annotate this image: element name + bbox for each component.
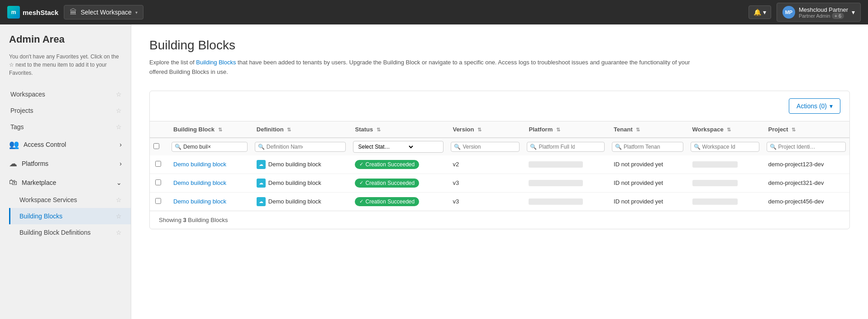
building-block-filter-input[interactable]	[183, 144, 219, 150]
avatar: MP	[782, 6, 795, 19]
filter-workspace: 🔍	[687, 138, 763, 155]
user-menu-button[interactable]: MP Meshcloud Partner Partner Admin + 6 ▾	[777, 3, 861, 22]
row-checkbox[interactable]	[155, 198, 161, 204]
project-filter-input[interactable]	[778, 144, 815, 150]
row-checkbox[interactable]	[155, 161, 161, 167]
sort-icon[interactable]: ⇅	[792, 127, 796, 132]
sidebar-item-tags[interactable]: Tags ☆	[0, 119, 131, 135]
building-block-filter-wrap: 🔍	[172, 142, 248, 152]
platforms-icon: ☁	[9, 159, 17, 169]
workspace-filter-input[interactable]	[702, 144, 739, 150]
row-workspace	[687, 174, 763, 192]
project-value: demo-project123-dev	[768, 161, 824, 168]
table-row: Demo building block ☁ Demo building bloc…	[150, 155, 849, 174]
row-platform	[523, 174, 608, 192]
sort-icon[interactable]: ⇅	[477, 127, 482, 132]
row-checkbox[interactable]	[155, 179, 161, 185]
actions-button[interactable]: Actions (0) ▾	[789, 98, 840, 114]
building-block-link[interactable]: Demo building block	[173, 179, 226, 186]
row-workspace	[687, 155, 763, 174]
filter-status: Select Stat… Creation Succeeded Creation…	[349, 138, 447, 155]
definition-cell: ☁ Demo building block	[257, 179, 344, 188]
filter-row: 🔍 🔍	[150, 138, 849, 155]
filter-version: 🔍	[447, 138, 523, 155]
sort-icon[interactable]: ⇅	[287, 127, 291, 132]
platform-icon: ☁	[257, 179, 266, 188]
workspace-selector[interactable]: 🏛 Select Workspace ▾	[64, 5, 143, 19]
building-blocks-label: Building Blocks	[19, 213, 62, 220]
col-workspace: Workspace ⇅	[687, 121, 763, 138]
sidebar-section-access-control[interactable]: 👥 Access Control ›	[0, 135, 131, 154]
definition-filter-wrap: 🔍	[255, 142, 346, 152]
filter-definition: 🔍	[251, 138, 350, 155]
user-initials: MP	[785, 10, 793, 15]
user-name: Meshcloud Partner	[799, 6, 848, 13]
sort-icon[interactable]: ⇅	[556, 127, 560, 132]
actions-label: Actions (0)	[796, 102, 827, 110]
check-icon: ✓	[359, 180, 363, 186]
workspace-services-fav-icon[interactable]: ☆	[116, 196, 122, 203]
building-block-definitions-fav-icon[interactable]: ☆	[116, 229, 122, 236]
tenant-value: ID not provided yet	[614, 161, 663, 168]
status-filter-select[interactable]: Select Stat… Creation Succeeded Creation…	[356, 143, 415, 150]
definition-value: Demo building block	[268, 179, 321, 186]
building-blocks-fav-icon[interactable]: ☆	[116, 213, 122, 220]
tags-label: Tags	[10, 123, 24, 130]
sort-icon[interactable]: ⇅	[727, 127, 731, 132]
row-workspace	[687, 192, 763, 211]
col-platform: Platform ⇅	[523, 121, 608, 138]
row-definition: ☁ Demo building block	[251, 174, 350, 192]
logo-text: meshStack	[23, 9, 58, 16]
version-filter-wrap: 🔍	[451, 142, 520, 152]
definition-filter-input[interactable]	[267, 144, 303, 150]
workspaces-fav-icon[interactable]: ☆	[116, 91, 122, 98]
marketplace-label: Marketplace	[22, 179, 56, 186]
building-block-link[interactable]: Demo building block	[173, 161, 226, 168]
status-value: Creation Succeeded	[365, 161, 415, 168]
sidebar-section-platforms[interactable]: ☁ Platforms ›	[0, 154, 131, 173]
star-icon: ☆	[9, 62, 14, 68]
platform-filter-input[interactable]	[539, 144, 575, 150]
version-filter-input[interactable]	[463, 144, 499, 150]
col-tenant: Tenant ⇅	[608, 121, 687, 138]
select-all-checkbox[interactable]	[153, 143, 159, 149]
nav-left: m meshStack 🏛 Select Workspace ▾	[7, 5, 143, 19]
workspace-value-placeholder	[692, 198, 738, 205]
building-block-link[interactable]: Demo building block	[173, 198, 226, 205]
sidebar-item-building-block-definitions[interactable]: Building Block Definitions ☆	[9, 224, 131, 241]
nav-right: 🔔 ▾ MP Meshcloud Partner Partner Admin +…	[749, 3, 861, 22]
sort-icon[interactable]: ⇅	[377, 127, 381, 132]
sidebar-item-workspaces[interactable]: Workspaces ☆	[0, 86, 131, 102]
filter-project: 🔍	[763, 138, 849, 155]
table-toolbar: Actions (0) ▾	[150, 91, 849, 121]
platform-icon: ☁	[257, 197, 266, 206]
layout: Admin Area You don't have any Favorites …	[0, 24, 868, 319]
tags-fav-icon[interactable]: ☆	[116, 123, 122, 130]
sidebar-item-projects[interactable]: Projects ☆	[0, 102, 131, 119]
notifications-button[interactable]: 🔔 ▾	[749, 5, 771, 19]
bell-chevron: ▾	[763, 9, 766, 16]
sort-icon[interactable]: ⇅	[636, 127, 640, 132]
row-project: demo-project321-dev	[763, 174, 849, 192]
marketplace-submenu: Workspace Services ☆ Building Blocks ☆ B…	[0, 192, 131, 241]
check-icon: ✓	[359, 198, 363, 204]
table-row: Demo building block ☁ Demo building bloc…	[150, 174, 849, 192]
building-blocks-link[interactable]: Building Blocks	[196, 59, 236, 66]
project-filter-wrap: 🔍	[767, 142, 846, 152]
projects-fav-icon[interactable]: ☆	[116, 107, 122, 114]
row-checkbox-cell	[150, 174, 168, 192]
access-control-icon: 👥	[9, 140, 19, 150]
table-body: Demo building block ☁ Demo building bloc…	[150, 155, 849, 211]
search-icon: 🔍	[258, 144, 265, 150]
tenant-filter-input[interactable]	[624, 144, 660, 150]
table-row: Demo building block ☁ Demo building bloc…	[150, 192, 849, 211]
row-platform	[523, 155, 608, 174]
sidebar-item-building-blocks[interactable]: Building Blocks ☆	[9, 208, 131, 224]
sidebar: Admin Area You don't have any Favorites …	[0, 24, 131, 319]
table-header-row: Building Block ⇅ Definition ⇅ Status ⇅ V…	[150, 121, 849, 138]
col-status: Status ⇅	[349, 121, 447, 138]
sidebar-item-workspace-services[interactable]: Workspace Services ☆	[9, 192, 131, 208]
sidebar-section-marketplace[interactable]: 🛍 Marketplace ⌄	[0, 173, 131, 192]
sort-icon[interactable]: ⇅	[218, 127, 222, 132]
actions-chevron-icon: ▾	[830, 102, 833, 110]
